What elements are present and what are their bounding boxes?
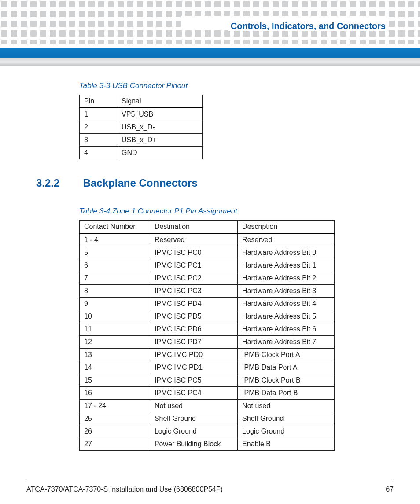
table-cell: 7 [80,272,150,285]
table-3-4-caption: Table 3-4 Zone 1 Connector P1 Pin Assign… [79,207,394,216]
table-header: Signal [117,95,203,108]
table-row: 25Shelf GroundShelf Ground [80,412,335,425]
table-cell: Enable B [238,438,335,451]
table-row: 8IPMC ISC PC3Hardware Address Bit 3 [80,285,335,298]
table-usb-connector-pinout: Pin Signal 1VP5_USB2USB_x_D-3USB_x_D+4GN… [79,95,203,159]
table-cell: IPMC ISC PC4 [150,387,237,400]
table-row: 11IPMC ISC PD6Hardware Address Bit 6 [80,323,335,336]
chapter-title: Controls, Indicators, and Connectors [228,21,388,31]
table-row: 1 - 4ReservedReserved [80,233,335,246]
table-cell: 11 [80,323,150,336]
table-cell: 8 [80,285,150,298]
table-cell: GND [117,147,203,159]
table-row: 6IPMC ISC PC1Hardware Address Bit 1 [80,259,335,272]
section-number: 3.2.2 [36,177,80,189]
table-cell: Logic Ground [150,425,237,438]
table-cell: USB_x_D+ [117,134,203,147]
header-grey-bar [0,58,420,66]
table-cell: IPMC ISC PC5 [150,374,237,387]
table-cell: IPMC ISC PC1 [150,259,237,272]
table-header: Contact Number [80,221,150,234]
table-cell: 17 - 24 [80,400,150,412]
footer-page-number: 67 [386,486,394,493]
table-row: 7IPMC ISC PC2Hardware Address Bit 2 [80,272,335,285]
table-cell: IPMC ISC PC3 [150,285,237,298]
table-cell: Hardware Address Bit 2 [238,272,335,285]
page-content: Table 3-3 USB Connector Pinout Pin Signa… [0,77,420,451]
table-cell: IPMB Clock Port A [238,349,335,361]
table-3-3-caption: Table 3-3 USB Connector Pinout [79,81,394,90]
table-cell: 3 [80,134,117,147]
table-cell: Hardware Address Bit 1 [238,259,335,272]
table-cell: IPMC IMC PD0 [150,349,237,361]
table-cell: 6 [80,259,150,272]
table-row: 17 - 24Not usedNot used [80,400,335,412]
table-header: Destination [150,221,237,234]
table-row: 1VP5_USB [80,108,203,121]
section-heading: 3.2.2 Backplane Connectors [36,177,394,189]
table-header: Pin [80,95,117,108]
table-cell: 26 [80,425,150,438]
table-cell: IPMB Clock Port B [238,374,335,387]
table-cell: Hardware Address Bit 0 [238,246,335,259]
table-row: 16IPMC ISC PC4IPMB Data Port B [80,387,335,400]
table-row: 27Power Building BlockEnable B [80,438,335,451]
table-row: 10IPMC ISC PD5Hardware Address Bit 5 [80,310,335,323]
table-cell: Hardware Address Bit 4 [238,298,335,310]
table-cell: 15 [80,374,150,387]
table-cell: IPMC IMC PD1 [150,361,237,374]
table-zone1-connector-p1: Contact Number Destination Description 1… [79,220,335,451]
table-row: 26Logic GroundLogic Ground [80,425,335,438]
table-row: 4GND [80,147,203,159]
table-cell: IPMC ISC PD5 [150,310,237,323]
table-cell: IPMC ISC PD6 [150,323,237,336]
table-cell: Hardware Address Bit 6 [238,323,335,336]
table-cell: 4 [80,147,117,159]
table-cell: IPMC ISC PC2 [150,272,237,285]
table-cell: 9 [80,298,150,310]
table-cell: USB_x_D- [117,121,203,134]
table-row: 12IPMC ISC PD7Hardware Address Bit 7 [80,336,335,349]
section-title: Backplane Connectors [83,177,198,189]
table-cell: 10 [80,310,150,323]
table-cell: IPMC ISC PD7 [150,336,237,349]
table-cell: Reserved [238,233,335,246]
table-row: 14IPMC IMC PD1IPMB Data Port A [80,361,335,374]
table-cell: Logic Ground [238,425,335,438]
table-row: 3USB_x_D+ [80,134,203,147]
header-blue-bar [0,48,420,58]
table-cell: 12 [80,336,150,349]
table-cell: Not used [238,400,335,412]
table-cell: 25 [80,412,150,425]
table-row: 5IPMC ISC PC0Hardware Address Bit 0 [80,246,335,259]
table-cell: 13 [80,349,150,361]
table-cell: VP5_USB [117,108,203,121]
table-row: 15IPMC ISC PC5IPMB Clock Port B [80,374,335,387]
footer-rule [26,479,394,479]
table-cell: Hardware Address Bit 3 [238,285,335,298]
table-cell: 14 [80,361,150,374]
table-cell: 1 - 4 [80,233,150,246]
table-cell: IPMC ISC PD4 [150,298,237,310]
table-header: Description [238,221,335,234]
table-cell: IPMC ISC PC0 [150,246,237,259]
table-cell: Hardware Address Bit 5 [238,310,335,323]
table-cell: Not used [150,400,237,412]
page-footer: ATCA-7370/ATCA-7370-S Installation and U… [26,486,394,493]
table-cell: 1 [80,108,117,121]
table-row: 13IPMC IMC PD0IPMB Clock Port A [80,349,335,361]
table-cell: 27 [80,438,150,451]
table-cell: Shelf Ground [238,412,335,425]
table-cell: Hardware Address Bit 7 [238,336,335,349]
table-cell: Shelf Ground [150,412,237,425]
table-row: 2USB_x_D- [80,121,203,134]
table-cell: IPMB Data Port A [238,361,335,374]
table-cell: 2 [80,121,117,134]
footer-doc-title: ATCA-7370/ATCA-7370-S Installation and U… [26,486,223,493]
table-row: 9IPMC ISC PD4Hardware Address Bit 4 [80,298,335,310]
table-cell: 16 [80,387,150,400]
table-cell: Reserved [150,233,237,246]
table-cell: 5 [80,246,150,259]
table-cell: Power Building Block [150,438,237,451]
table-cell: IPMB Data Port B [238,387,335,400]
